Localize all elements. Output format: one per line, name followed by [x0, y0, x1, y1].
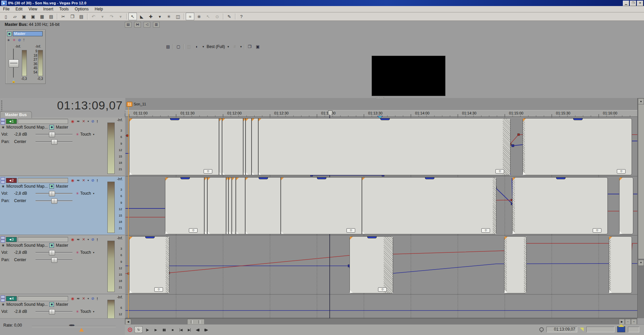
save-as-button[interactable]: ▣	[29, 13, 37, 20]
solo-button[interactable]: ⊘	[91, 296, 94, 301]
menu-insert[interactable]: Insert	[40, 6, 56, 12]
new-project-button[interactable]: ▯	[2, 13, 10, 20]
copy-button[interactable]: ❐	[68, 13, 76, 20]
fade-handle[interactable]	[165, 231, 168, 234]
cut-button[interactable]: ✂	[59, 13, 67, 20]
title-bar[interactable]: ▶ 0% (30 of 30) - Son Nu.veg - Vegas Pro…	[0, 0, 644, 6]
solo-button[interactable]: ⊘	[91, 237, 94, 242]
automation-dropdown-arrow[interactable]: ▾	[93, 133, 94, 136]
maximize-track-button[interactable]	[1, 299, 5, 302]
minimize-track-button[interactable]	[1, 295, 5, 298]
bus-mute-icon[interactable]: ⊘	[18, 38, 21, 42]
menu-help[interactable]: Help	[92, 6, 106, 12]
maximize-track-button[interactable]	[1, 240, 5, 243]
mute-menu-button[interactable]: ▾	[88, 238, 89, 241]
minimize-track-button[interactable]	[1, 118, 5, 121]
preview-quality-label[interactable]: Best (Full)	[207, 44, 225, 49]
mute-button[interactable]: ✕	[82, 178, 85, 183]
event-generic-icon[interactable]: ◦▯◦	[378, 287, 387, 292]
pan-value[interactable]: Center	[14, 257, 34, 262]
solo-button[interactable]: ⊘	[91, 178, 94, 183]
fade-handle[interactable]	[207, 231, 210, 234]
save-snapshot-button[interactable]: ▣	[255, 44, 261, 49]
arm-for-record-button[interactable]: ◉	[71, 237, 74, 242]
pan-slider[interactable]	[36, 141, 72, 142]
volume-slider[interactable]	[36, 134, 72, 135]
track-name-field[interactable]	[18, 119, 68, 124]
bus-assign-button[interactable]: ▣	[49, 243, 54, 248]
dim-output-button[interactable]: ◁	[144, 22, 150, 28]
arm-for-record-button[interactable]: ◉	[71, 178, 74, 183]
overlays-dropdown-arrow[interactable]: ▼	[240, 45, 243, 48]
automation-gear-icon[interactable]: ✳	[76, 132, 79, 137]
mute-menu-button[interactable]: ▾	[88, 120, 89, 123]
cursor-time-field[interactable]: 01:13:09,07	[546, 327, 577, 332]
event-generic-icon[interactable]: ◦▯◦	[189, 228, 198, 233]
bus-properties-button[interactable]: ▤	[125, 22, 131, 28]
play-button[interactable]: ▶	[152, 327, 159, 333]
pan-value[interactable]: Center	[14, 198, 34, 203]
quality-dropdown-arrow[interactable]: ▼	[227, 45, 230, 48]
track-number-badge[interactable]: ◀4	[6, 296, 17, 301]
track-number-badge[interactable]: ◀3	[6, 237, 17, 242]
volume-slider[interactable]	[36, 193, 72, 194]
device-name[interactable]: Microsoft Sound Map...	[6, 125, 48, 130]
big-time-display[interactable]: 01:13:09,07	[2, 99, 123, 112]
external-monitor-button[interactable]: ▢	[175, 44, 181, 49]
fade-handle[interactable]	[129, 172, 132, 175]
ignore-event-grouping-button[interactable]: ※	[195, 13, 203, 20]
pan-slider[interactable]	[36, 200, 72, 201]
volume-slider-thumb[interactable]	[49, 250, 55, 255]
pan-slider-thumb[interactable]	[51, 198, 57, 204]
track-envelopes-button[interactable]: ≂	[77, 178, 80, 183]
redo-menu-button[interactable]: ▾	[116, 13, 125, 20]
menu-tools[interactable]: Tools	[56, 6, 72, 12]
open-button[interactable]: ▱	[11, 13, 19, 20]
volume-value[interactable]: -2,8 dB	[14, 132, 34, 137]
menu-options[interactable]: Options	[72, 6, 92, 12]
fade-handle[interactable]	[228, 231, 231, 234]
automation-mode[interactable]: Touch	[80, 191, 91, 196]
mute-button[interactable]: ✕	[82, 237, 85, 242]
tab-master-bus[interactable]: Master Bus	[0, 111, 32, 118]
mute-button[interactable]: ✕	[82, 119, 85, 124]
automation-dropdown-arrow[interactable]: ▾	[93, 251, 94, 254]
copy-snapshot-button[interactable]: ❐	[247, 44, 253, 49]
bus-automation-icon[interactable]: ✳	[12, 38, 15, 42]
event-generic-icon[interactable]: ◦▯◦	[617, 169, 626, 174]
timeline[interactable]: 01:11:0001:11:3001:12:0001:12:3001:13:00…	[125, 98, 637, 318]
project-properties-button[interactable]: ▤	[47, 13, 55, 20]
volume-value[interactable]: -2,8 dB	[14, 250, 34, 255]
fade-handle[interactable]	[222, 172, 225, 175]
maximize-button[interactable]: ❐	[630, 1, 636, 6]
redo-button[interactable]: ↷	[107, 13, 116, 20]
automation-mode[interactable]: Touch	[80, 132, 91, 137]
minimize-track-button[interactable]	[1, 177, 5, 180]
track-header-4[interactable]: ◀4◉≂✕▾⊘!∗Microsoft Sound Map...▣MasterVo…	[0, 295, 125, 321]
device-name[interactable]: Microsoft Sound Map...	[6, 302, 48, 307]
automation-mode[interactable]: Touch	[80, 309, 91, 314]
go-to-start-button[interactable]: |◀	[177, 327, 184, 333]
audio-event[interactable]	[609, 236, 632, 293]
mute-button[interactable]: ✕	[82, 296, 85, 301]
track-header-1[interactable]: ◀1◉≂✕▾⊘!∗Microsoft Sound Map...▣MasterVo…	[0, 117, 125, 176]
automation-mode[interactable]: Touch	[80, 250, 91, 255]
minimize-track-button[interactable]	[1, 236, 5, 239]
undo-button[interactable]: ↶	[89, 13, 98, 20]
pin-icon[interactable]	[539, 327, 544, 332]
normal-edit-tool-button[interactable]: ↖	[128, 13, 137, 20]
fade-handle[interactable]	[232, 231, 235, 234]
track-name-field[interactable]	[18, 237, 68, 242]
fader-lock-icon[interactable]: 🔒	[12, 80, 15, 83]
next-frame-button[interactable]: ▮▶	[202, 327, 210, 333]
event-generic-icon[interactable]: ◦▯◦	[593, 228, 601, 233]
horizontal-scrollbar[interactable]: ◀ ▶ − +	[125, 318, 637, 325]
home-icon[interactable]	[617, 326, 625, 332]
audio-event[interactable]: ◦▯◦◦▯◦	[129, 118, 511, 175]
volume-slider[interactable]	[36, 252, 72, 253]
track-number-badge[interactable]: ◀1	[6, 119, 17, 124]
quality-dropdown-arrow[interactable]: ▼	[202, 45, 205, 48]
rate-slider-handle[interactable]: ◂◂▸▸	[69, 323, 74, 327]
track-header-3[interactable]: ◀3◉≂✕▾⊘!∗Microsoft Sound Map...▣MasterVo…	[0, 236, 125, 294]
device-name[interactable]: Microsoft Sound Map...	[6, 243, 48, 248]
